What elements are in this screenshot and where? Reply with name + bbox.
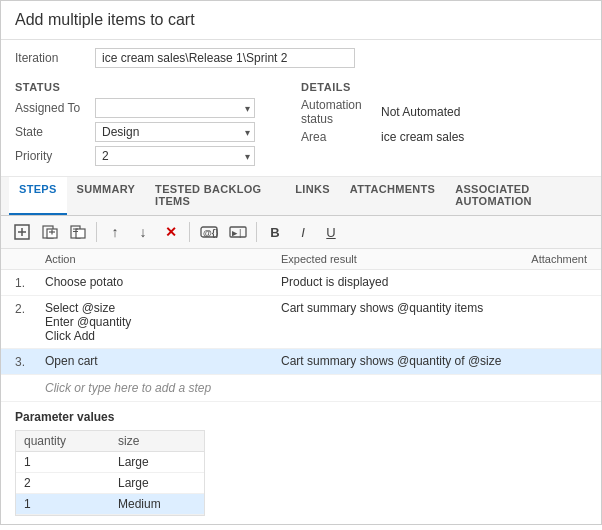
delete-button[interactable]: ✕ [158, 220, 184, 244]
area-label: Area [301, 130, 381, 144]
iteration-input[interactable] [95, 48, 355, 68]
table-row[interactable]: 1. Choose potato Product is displayed [1, 270, 601, 296]
tabs-bar: STEPS SUMMARY TESTED BACKLOG ITEMS LINKS… [1, 177, 601, 216]
param-quantity: 1 [16, 452, 110, 472]
tab-steps[interactable]: STEPS [9, 177, 67, 215]
col-attachment: Attachment [517, 253, 587, 265]
step-expected[interactable]: Cart summary shows @quantity of @size [281, 354, 517, 368]
col-expected: Expected result [281, 253, 517, 265]
step-action[interactable]: Choose potato [45, 275, 281, 289]
col-action: Action [45, 253, 281, 265]
parameter-values-section: Parameter values quantity size 1 Large 2… [1, 402, 601, 524]
insert-step-alt-icon [42, 224, 58, 240]
table-row[interactable]: 2. Select @size Enter @quantity Click Ad… [1, 296, 601, 349]
status-header: STATUS [15, 81, 301, 93]
toolbar-separator-1 [96, 222, 97, 242]
insert-step-icon [14, 224, 30, 240]
insert-shared-step-icon [70, 224, 86, 240]
bold-button[interactable]: B [262, 220, 288, 244]
param-size: Large [110, 473, 204, 493]
dialog: Add multiple items to cart Iteration STA… [0, 0, 602, 525]
details-section: DETAILS Automation status Not Automated … [301, 81, 587, 170]
status-section: STATUS Assigned To State Design Prio [15, 81, 301, 170]
svg-text:@{}: @{} [203, 228, 218, 238]
insert-shared-step-button[interactable] [65, 220, 91, 244]
insert-action-icon: ▶| [229, 224, 247, 240]
add-step-placeholder[interactable]: Click or type here to add a step [1, 375, 601, 402]
param-size: Large [110, 452, 204, 472]
dialog-title: Add multiple items to cart [1, 1, 601, 40]
area-value: ice cream sales [381, 130, 464, 144]
move-up-button[interactable]: ↑ [102, 220, 128, 244]
list-item[interactable]: 1 Large [16, 452, 204, 473]
param-quantity: 1 [16, 494, 110, 514]
step-number: 1. [15, 275, 45, 290]
toolbar-separator-3 [256, 222, 257, 242]
tab-associated-automation[interactable]: ASSOCIATED AUTOMATION [445, 177, 593, 215]
svg-rect-8 [76, 229, 85, 238]
iteration-label: Iteration [15, 51, 95, 65]
automation-status-value: Not Automated [381, 105, 460, 119]
state-wrapper: Design [95, 122, 255, 142]
insert-action-button[interactable]: ▶| [225, 220, 251, 244]
details-header: DETAILS [301, 81, 587, 93]
steps-toolbar: ↑ ↓ ✕ @{} ▶| B I U [1, 216, 601, 249]
parameter-table: quantity size 1 Large 2 Large 1 Medium [15, 430, 205, 516]
param-quantity: 2 [16, 473, 110, 493]
list-item[interactable]: 1 Medium [16, 494, 204, 515]
insert-parameter-icon: @{} [200, 224, 218, 240]
priority-label: Priority [15, 149, 95, 163]
svg-text:▶|: ▶| [232, 228, 243, 238]
param-col-size: size [110, 431, 204, 451]
automation-status-label: Automation status [301, 98, 381, 126]
assigned-to-label: Assigned To [15, 101, 95, 115]
parameter-table-header: quantity size [16, 431, 204, 452]
priority-wrapper: 2 [95, 146, 255, 166]
italic-button[interactable]: I [290, 220, 316, 244]
underline-button[interactable]: U [318, 220, 344, 244]
table-row[interactable]: 3. Open cart Cart summary shows @quantit… [1, 349, 601, 375]
step-expected[interactable]: Cart summary shows @quantity items [281, 301, 517, 315]
step-action[interactable]: Open cart [45, 354, 281, 368]
priority-select[interactable]: 2 [95, 146, 255, 166]
parameter-values-title: Parameter values [15, 410, 587, 424]
step-number: 3. [15, 354, 45, 369]
toolbar-separator-2 [189, 222, 190, 242]
tab-attachments[interactable]: ATTACHMENTS [340, 177, 445, 215]
move-down-button[interactable]: ↓ [130, 220, 156, 244]
steps-column-headers: Action Expected result Attachment [1, 249, 601, 270]
insert-step-button[interactable] [9, 220, 35, 244]
step-expected[interactable]: Product is displayed [281, 275, 517, 289]
param-col-quantity: quantity [16, 431, 110, 451]
state-select[interactable]: Design [95, 122, 255, 142]
insert-step-alt-button[interactable] [37, 220, 63, 244]
state-label: State [15, 125, 95, 139]
tab-summary[interactable]: SUMMARY [67, 177, 146, 215]
assigned-to-select[interactable] [95, 98, 255, 118]
col-num [15, 253, 45, 265]
list-item[interactable]: 2 Large [16, 473, 204, 494]
step-number: 2. [15, 301, 45, 316]
param-size: Medium [110, 494, 204, 514]
step-action[interactable]: Select @size Enter @quantity Click Add [45, 301, 281, 343]
assigned-to-wrapper [95, 98, 255, 118]
tab-tested-backlog-items[interactable]: TESTED BACKLOG ITEMS [145, 177, 285, 215]
insert-parameter-button[interactable]: @{} [195, 220, 223, 244]
tab-links[interactable]: LINKS [285, 177, 340, 215]
